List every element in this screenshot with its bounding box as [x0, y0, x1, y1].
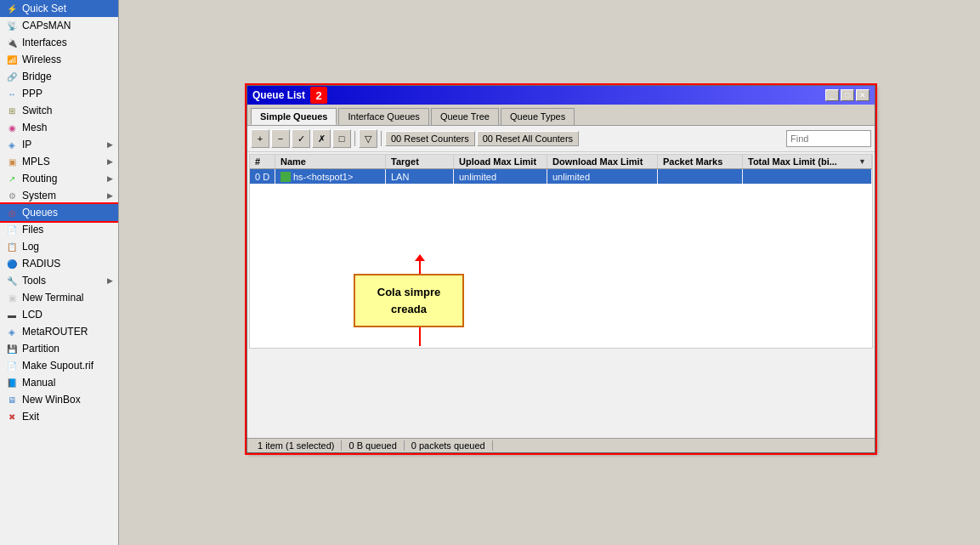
col-header-total: Total Max Limit (bi... ▼ [743, 155, 872, 168]
sidebar-item-files[interactable]: 📄 Files [0, 221, 118, 238]
add-button[interactable]: + [251, 129, 269, 148]
table-header: # Name Target Upload Max Limit Download … [250, 155, 872, 169]
check-button[interactable]: ✓ [292, 129, 310, 148]
reset-counters-button[interactable]: 00 Reset Counters [385, 131, 475, 146]
table-body: 0 D hs-<hotspot1> LAN unlimited unlimite… [250, 169, 872, 348]
new-winbox-icon: 🖥 [5, 393, 19, 406]
sidebar-item-label: MetaROUTER [22, 326, 88, 338]
window-controls: _ □ ✕ [825, 89, 870, 101]
sidebar-item-label: System [22, 190, 56, 202]
new-terminal-icon: ▣ [5, 291, 19, 304]
sidebar-item-wireless[interactable]: 📶 Wireless [0, 51, 118, 68]
cell-target: LAN [386, 169, 454, 184]
sidebar-item-ip[interactable]: ◈ IP ▶ [0, 136, 118, 153]
cell-num: 0 D [250, 169, 275, 184]
bridge-icon: 🔗 [5, 70, 19, 83]
sidebar: ⚡ Quick Set 📡 CAPsMAN 🔌 Interfaces 📶 Wir… [0, 0, 119, 545]
annotation-badge-2: 2 [310, 87, 327, 104]
ppp-icon: ↔ [5, 87, 19, 100]
sidebar-item-quick-set[interactable]: ⚡ Quick Set [0, 0, 118, 17]
sidebar-item-exit[interactable]: ✖ Exit [0, 408, 118, 425]
partition-icon: 💾 [5, 342, 19, 355]
sidebar-item-label: Exit [22, 411, 39, 423]
cross-button[interactable]: ✗ [312, 129, 331, 148]
sidebar-item-metarouter[interactable]: ◈ MetaROUTER [0, 323, 118, 340]
exit-icon: ✖ [5, 410, 19, 423]
window-minimize-button[interactable]: _ [825, 89, 839, 101]
queue-table: # Name Target Upload Max Limit Download … [249, 154, 873, 349]
sidebar-item-make-supout[interactable]: 📄 Make Supout.rif [0, 357, 118, 374]
sidebar-item-new-winbox[interactable]: 🖥 New WinBox [0, 391, 118, 408]
cell-total [743, 169, 872, 184]
window-close-button[interactable]: ✕ [856, 89, 870, 101]
sidebar-item-log[interactable]: 📋 Log [0, 238, 118, 255]
sidebar-item-queues[interactable]: ◎ Queues 1 [0, 204, 118, 221]
sidebar-item-label: PPP [22, 88, 42, 99]
sidebar-item-label: LCD [22, 309, 42, 321]
sidebar-item-interfaces[interactable]: 🔌 Interfaces [0, 34, 118, 51]
status-items-count: 1 item (1 selected) [251, 440, 342, 451]
filter-button[interactable]: ▽ [359, 129, 377, 148]
sidebar-item-mpls[interactable]: ▣ MPLS ▶ [0, 153, 118, 170]
tab-queue-types[interactable]: Queue Types [501, 108, 575, 125]
sidebar-item-label: Tools [22, 275, 46, 287]
sidebar-item-label: Bridge [22, 71, 52, 82]
tab-bar: Simple Queues Interface Queues Queue Tre… [247, 105, 875, 126]
mpls-icon: ▣ [5, 155, 19, 168]
window-titlebar: Queue List 2 _ □ ✕ [247, 86, 875, 105]
sidebar-item-lcd[interactable]: ▬ LCD [0, 306, 118, 323]
sidebar-item-label: New WinBox [22, 394, 81, 406]
sidebar-item-label: Make Supout.rif [22, 360, 93, 372]
remove-button[interactable]: − [271, 129, 290, 148]
mesh-icon: ◉ [5, 121, 19, 134]
quick-set-icon: ⚡ [5, 2, 19, 15]
col-header-upload: Upload Max Limit [454, 155, 547, 168]
copy-button[interactable]: □ [332, 129, 351, 148]
sidebar-item-new-terminal[interactable]: ▣ New Terminal [0, 289, 118, 306]
sidebar-item-capsman[interactable]: 📡 CAPsMAN [0, 17, 118, 34]
col-header-target: Target [386, 155, 454, 168]
sidebar-item-label: Log [22, 241, 39, 253]
sidebar-item-tools[interactable]: 🔧 Tools ▶ [0, 272, 118, 289]
reset-all-counters-button[interactable]: 00 Reset All Counters [477, 131, 579, 146]
sidebar-item-manual[interactable]: 📘 Manual [0, 374, 118, 391]
window-maximize-button[interactable]: □ [841, 89, 854, 101]
sidebar-item-ppp[interactable]: ↔ PPP [0, 85, 118, 102]
expand-arrow-icon[interactable]: ▼ [858, 157, 866, 166]
sidebar-item-system[interactable]: ⚙ System ▶ [0, 187, 118, 204]
log-icon: 📋 [5, 240, 19, 253]
tab-simple-queues[interactable]: Simple Queues [251, 108, 337, 125]
sidebar-item-label: New Terminal [22, 292, 83, 304]
col-header-marks: Packet Marks [658, 155, 743, 168]
lcd-icon: ▬ [5, 308, 19, 321]
col-header-num: # [250, 155, 275, 168]
toolbar-separator-2 [381, 131, 382, 146]
metarouter-icon: ◈ [5, 325, 19, 338]
cell-upload: unlimited [454, 169, 547, 184]
sidebar-item-label: Queues [22, 207, 58, 219]
tab-interface-queues[interactable]: Interface Queues [338, 108, 428, 125]
interfaces-icon: 🔌 [5, 36, 19, 49]
sidebar-item-label: Partition [22, 343, 59, 355]
table-row[interactable]: 0 D hs-<hotspot1> LAN unlimited unlimite… [250, 169, 872, 185]
cell-name: hs-<hotspot1> [275, 169, 386, 184]
sidebar-item-mesh[interactable]: ◉ Mesh [0, 119, 118, 136]
sidebar-item-label: Interfaces [22, 37, 67, 48]
switch-icon: ⊞ [5, 104, 19, 117]
make-supout-icon: 📄 [5, 359, 19, 372]
sidebar-item-routing[interactable]: ↗ Routing ▶ [0, 170, 118, 187]
sidebar-item-label: IP [22, 139, 31, 150]
sidebar-item-bridge[interactable]: 🔗 Bridge [0, 68, 118, 85]
search-input[interactable] [786, 130, 871, 147]
queue-list-window: Queue List 2 _ □ ✕ Simple Queues Interfa… [246, 85, 875, 453]
sidebar-item-radius[interactable]: 🔵 RADIUS [0, 255, 118, 272]
sidebar-item-switch[interactable]: ⊞ Switch [0, 102, 118, 119]
status-queued-bytes: 0 B queued [342, 440, 404, 451]
toolbar-separator [354, 131, 355, 146]
sidebar-item-label: Wireless [22, 54, 61, 65]
reset-all-counters-label: 00 Reset All Counters [483, 133, 573, 144]
system-arrow: ▶ [107, 191, 113, 200]
sidebar-item-label: Switch [22, 105, 52, 116]
sidebar-item-partition[interactable]: 💾 Partition [0, 340, 118, 357]
tab-queue-tree[interactable]: Queue Tree [431, 108, 499, 125]
